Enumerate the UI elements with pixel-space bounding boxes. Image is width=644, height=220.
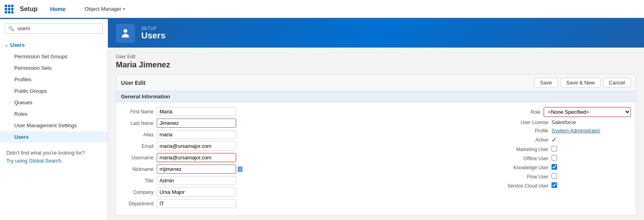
company-input[interactable] <box>157 187 236 197</box>
email-label: Email <box>121 143 157 149</box>
profile-link[interactable]: System Administrator <box>552 128 600 134</box>
app-grid-icon[interactable] <box>5 5 13 13</box>
search-icon: 🔍 <box>8 26 14 31</box>
form-row-alias: Alias <box>121 130 371 139</box>
role-select[interactable]: <None Specified> <box>544 107 631 117</box>
department-label: Department <box>121 201 157 207</box>
active-value: ✓ <box>552 136 631 143</box>
top-nav: Setup Home Object Manager ▾ <box>0 0 644 19</box>
alias-input[interactable] <box>157 130 236 139</box>
offline-user-value <box>552 155 631 162</box>
form-row-username: Username <box>121 153 371 162</box>
edit-panel-header: User Edit Save Save & New Cancel <box>116 75 636 91</box>
marketing-user-label: Marketing User <box>504 147 552 152</box>
form-row-active: Active ✓ <box>381 136 631 143</box>
form-area: User Edit Maria Jimenez User Edit Save S… <box>108 48 644 220</box>
main-layout: 🔍 ⌄ Users Permission Set Groups Permissi… <box>0 19 644 220</box>
user-edit-name: Maria Jimenez <box>116 60 636 69</box>
nickname-label: Nickname <box>121 166 157 172</box>
breadcrumb: User Edit <box>116 54 636 59</box>
sidebar-not-found: Didn't find what you're looking for? Try… <box>0 144 108 169</box>
company-label: Company <box>121 189 157 195</box>
page-title: Users <box>141 31 165 41</box>
sidebar-item-roles[interactable]: Roles <box>0 108 108 120</box>
form-row-flow-user: Flow User <box>381 173 631 180</box>
form-row-email: Email <box>121 142 371 151</box>
sidebar-item-permission-set-groups[interactable]: Permission Set Groups <box>0 51 108 62</box>
form-row-department: Department <box>121 199 371 208</box>
tab-object-manager[interactable]: Object Manager ▾ <box>78 0 131 19</box>
setup-label: SETUP <box>141 26 165 31</box>
form-row-last-name: Last Name <box>121 119 371 128</box>
role-label: Role <box>496 109 544 115</box>
service-cloud-user-label: Service Cloud User <box>504 183 552 189</box>
knowledge-user-checkbox[interactable] <box>552 164 557 170</box>
save-new-button[interactable]: Save & New <box>560 78 601 88</box>
global-search-link[interactable]: Try using Global Search. <box>6 158 63 164</box>
save-button[interactable]: Save <box>534 78 558 88</box>
department-input[interactable] <box>157 199 236 208</box>
form-grid: First Name Last Name Alias Email <box>116 102 636 215</box>
service-cloud-user-checkbox[interactable] <box>552 182 557 188</box>
nickname-input[interactable] <box>157 165 236 174</box>
flow-user-checkbox[interactable] <box>552 173 557 179</box>
page-header-text: SETUP Users <box>141 26 165 41</box>
sidebar-item-user-management-settings[interactable]: User Management Settings <box>0 120 108 131</box>
sidebar-item-public-groups[interactable]: Public Groups <box>0 85 108 97</box>
chevron-down-icon: ▾ <box>123 7 125 11</box>
search-box[interactable]: 🔍 <box>5 23 103 34</box>
last-name-input[interactable] <box>157 119 236 128</box>
expand-chevron-icon: ⌄ <box>5 43 8 47</box>
username-label: Username <box>121 155 157 161</box>
form-row-company: Company <box>121 187 371 197</box>
alias-label: Alias <box>121 132 157 138</box>
form-row-user-license: User License Salesforce <box>381 119 631 125</box>
sidebar-item-queues[interactable]: Queues <box>0 97 108 108</box>
user-license-value: Salesforce <box>552 119 631 125</box>
form-row-first-name: First Name <box>121 107 371 116</box>
flow-user-value <box>552 173 631 180</box>
username-input[interactable] <box>157 153 236 162</box>
flow-user-label: Flow User <box>504 174 552 180</box>
sidebar-item-users-parent[interactable]: ⌄ Users <box>0 39 108 51</box>
offline-user-checkbox[interactable] <box>552 155 557 161</box>
nickname-info-button[interactable]: i <box>238 166 242 172</box>
knowledge-user-label: Knowledge User <box>504 165 552 170</box>
marketing-user-checkbox[interactable] <box>552 146 557 151</box>
button-group: Save Save & New Cancel <box>534 78 631 88</box>
active-label: Active <box>504 137 552 143</box>
tab-home[interactable]: Home <box>44 0 72 19</box>
sidebar-item-profiles[interactable]: Profiles <box>0 74 108 85</box>
marketing-user-value <box>552 146 631 153</box>
user-license-label: User License <box>504 120 552 125</box>
active-checkmark: ✓ <box>552 136 557 143</box>
first-name-input[interactable] <box>157 107 236 116</box>
title-label: Title <box>121 178 157 184</box>
offline-user-label: Offline User <box>504 156 552 161</box>
sidebar-section: ⌄ Users Permission Set Groups Permission… <box>0 38 108 144</box>
content: SETUP Users User Edit Maria Jimenez User… <box>108 19 644 220</box>
app-title: Setup <box>20 6 37 13</box>
form-row-profile: Profile System Administrator <box>381 128 631 134</box>
form-row-title: Title <box>121 176 371 185</box>
first-name-label: First Name <box>121 109 157 115</box>
form-left-col: First Name Last Name Alias Email <box>116 105 376 212</box>
search-input[interactable] <box>17 25 99 31</box>
edit-panel-title: User Edit <box>121 80 145 86</box>
form-right-col: Role <None Specified> User License Sales… <box>376 105 636 212</box>
profile-label: Profile <box>504 128 552 134</box>
sidebar: 🔍 ⌄ Users Permission Set Groups Permissi… <box>0 19 108 220</box>
knowledge-user-value <box>552 164 631 171</box>
service-cloud-user-value <box>552 182 631 189</box>
form-row-offline-user: Offline User <box>381 155 631 162</box>
form-row-marketing-user: Marketing User <box>381 146 631 153</box>
form-row-knowledge-user: Knowledge User <box>381 164 631 171</box>
svg-point-0 <box>123 29 127 33</box>
edit-panel: User Edit Save Save & New Cancel General… <box>116 74 636 216</box>
sidebar-item-users[interactable]: Users <box>0 131 108 143</box>
cancel-button[interactable]: Cancel <box>603 78 631 88</box>
email-input[interactable] <box>157 142 236 151</box>
title-input[interactable] <box>157 176 236 185</box>
sidebar-item-permission-sets[interactable]: Permission Sets <box>0 62 108 74</box>
form-row-service-cloud-user: Service Cloud User <box>381 182 631 189</box>
